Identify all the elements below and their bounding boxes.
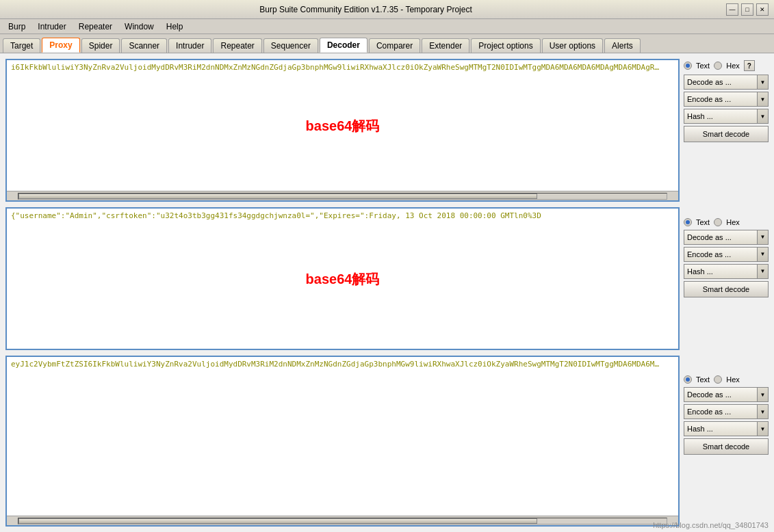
tab-project-options[interactable]: Project options	[471, 38, 540, 53]
encode-as-label-3: Encode as ...	[684, 408, 757, 416]
section1-scroll-track	[18, 193, 667, 200]
radio-hex-2[interactable]	[714, 218, 722, 226]
encode-as-button-1[interactable]: Encode as ... ▼	[684, 92, 769, 107]
tab-decoder[interactable]: Decoder	[320, 38, 367, 53]
section2-label: base64解码	[306, 269, 380, 288]
menu-repeater[interactable]: Repeater	[73, 21, 118, 33]
tab-extender[interactable]: Extender	[422, 38, 469, 53]
title-bar: Burp Suite Community Edition v1.7.35 - T…	[0, 0, 774, 19]
section1-text[interactable]: i6IkFkbWluliwiY3NyZnRva2VuljoidMydDRvM3R…	[7, 60, 664, 75]
tab-comparer[interactable]: Comparer	[369, 38, 420, 53]
radio-hex-label-3: Hex	[726, 375, 740, 384]
hash-button-3[interactable]: Hash ... ▼	[684, 421, 769, 436]
radio-text-2[interactable]	[684, 218, 692, 226]
radio-row-2: Text Hex	[684, 217, 769, 228]
encode-as-arrow-1: ▼	[757, 92, 768, 106]
menu-bar: Burp Intruder Repeater Window Help	[0, 19, 774, 34]
section3-content: eyJ1c2VybmFtZtZSI6IkFkbWluliwiY3NyZnRva2…	[7, 357, 678, 516]
decode-as-button-3[interactable]: Decode as ... ▼	[684, 387, 769, 402]
section2-text[interactable]: {"username":"Admin","csrftoken":"u32t4o3…	[7, 209, 664, 223]
tab-sequencer[interactable]: Sequencer	[263, 38, 318, 53]
decode-section-3: eyJ1c2VybmFtZtZSI6IkFkbWluliwiY3NyZnRva2…	[5, 356, 680, 527]
title-text: Burp Suite Community Edition v1.7.35 - T…	[5, 5, 726, 14]
smart-decode-button-3[interactable]: Smart decode	[684, 438, 769, 455]
hash-arrow-2: ▼	[757, 265, 768, 278]
section1-scrollbar[interactable]	[7, 191, 678, 200]
section2-content: {"username":"Admin","csrftoken":"u32t4o3…	[7, 209, 678, 349]
radio-hex-3[interactable]	[714, 375, 722, 384]
encode-as-arrow-2: ▼	[757, 248, 768, 261]
decode-as-button-2[interactable]: Decode as ... ▼	[684, 230, 769, 245]
hash-label-2: Hash ...	[684, 267, 757, 276]
decode-as-label-3: Decode as ...	[684, 390, 757, 399]
decode-as-label-1: Decode as ...	[684, 78, 757, 86]
radio-hex-1[interactable]	[714, 62, 722, 70]
section3-scroll-track	[18, 518, 667, 524]
tab-repeater[interactable]: Repeater	[213, 38, 261, 53]
encode-as-button-3[interactable]: Encode as ... ▼	[684, 404, 769, 419]
radio-text-1[interactable]	[684, 62, 692, 70]
radio-text-label-2: Text	[696, 218, 710, 226]
encode-as-button-2[interactable]: Encode as ... ▼	[684, 247, 769, 262]
decode-as-label-2: Decode as ...	[684, 233, 757, 241]
radio-text-label-1: Text	[696, 62, 710, 70]
menu-window[interactable]: Window	[119, 21, 159, 33]
tab-alerts[interactable]: Alerts	[604, 38, 641, 53]
radio-hex-label-2: Hex	[726, 218, 740, 226]
maximize-button[interactable]: □	[741, 3, 753, 16]
decode-as-arrow-1: ▼	[757, 75, 768, 89]
radio-text-3[interactable]	[684, 375, 692, 384]
radio-hex-label-1: Hex	[726, 62, 740, 70]
hash-button-2[interactable]: Hash ... ▼	[684, 264, 769, 279]
decode-as-arrow-3: ▼	[757, 388, 768, 401]
tab-spider[interactable]: Spider	[81, 38, 120, 53]
section3-scrollbar[interactable]	[7, 516, 678, 525]
smart-decode-button-1[interactable]: Smart decode	[684, 126, 769, 142]
main-content: i6IkFkbWluliwiY3NyZnRva2VuljoidMydDRvM3R…	[0, 53, 774, 532]
tab-scanner[interactable]: Scanner	[121, 38, 167, 53]
section3-scroll-thumb[interactable]	[18, 518, 537, 524]
watermark: https://blog.csdn.net/qq_34801743	[653, 521, 769, 529]
tab-proxy[interactable]: Proxy	[42, 38, 79, 53]
window-controls: — □ ✕	[726, 3, 769, 16]
menu-burp[interactable]: Burp	[3, 21, 31, 33]
minimize-button[interactable]: —	[726, 3, 738, 16]
close-button[interactable]: ✕	[756, 3, 769, 16]
menu-help[interactable]: Help	[161, 21, 189, 33]
hash-button-1[interactable]: Hash ... ▼	[684, 109, 769, 124]
section3-text[interactable]: eyJ1c2VybmFtZtZSI6IkFkbWluliwiY3NyZnRva2…	[7, 357, 664, 371]
smart-decode-button-2[interactable]: Smart decode	[684, 281, 769, 297]
tab-intruder[interactable]: Intruder	[168, 38, 211, 53]
hash-label-1: Hash ...	[684, 112, 757, 120]
tab-bar: Target Proxy Spider Scanner Intruder Rep…	[0, 34, 774, 53]
decode-as-button-1[interactable]: Decode as ... ▼	[684, 75, 769, 90]
radio-row-1: Text Hex ?	[684, 59, 769, 72]
tab-target[interactable]: Target	[3, 38, 40, 53]
decode-section-2: {"username":"Admin","csrftoken":"u32t4o3…	[5, 207, 680, 350]
hash-arrow-3: ▼	[757, 422, 768, 436]
right-panel: Text Hex ? Decode as ... ▼ Encode as ...…	[680, 59, 769, 527]
radio-row-3: Text Hex	[684, 374, 769, 385]
encode-as-arrow-3: ▼	[757, 405, 768, 418]
decoder-panel: i6IkFkbWluliwiY3NyZnRva2VuljoidMydDRvM3R…	[5, 59, 769, 527]
section1-label: base64解码	[306, 116, 380, 135]
section1-scroll-thumb[interactable]	[18, 194, 537, 199]
section1-content: i6IkFkbWluliwiY3NyZnRva2VuljoidMydDRvM3R…	[7, 60, 678, 191]
right-section-1: Text Hex ? Decode as ... ▼ Encode as ...…	[684, 59, 769, 211]
menu-intruder[interactable]: Intruder	[32, 21, 71, 33]
hash-label-3: Hash ...	[684, 425, 757, 433]
decode-as-arrow-2: ▼	[757, 230, 768, 244]
tab-user-options[interactable]: User options	[542, 38, 603, 53]
right-section-2: Text Hex Decode as ... ▼ Encode as ... ▼…	[684, 217, 769, 369]
encode-as-label-1: Encode as ...	[684, 95, 757, 103]
radio-text-label-3: Text	[696, 375, 710, 384]
right-section-3: Text Hex Decode as ... ▼ Encode as ... ▼…	[684, 374, 769, 527]
hash-arrow-1: ▼	[757, 109, 768, 123]
panels-area: i6IkFkbWluliwiY3NyZnRva2VuljoidMydDRvM3R…	[5, 59, 680, 527]
help-button-1[interactable]: ?	[744, 60, 755, 71]
decode-section-1: i6IkFkbWluliwiY3NyZnRva2VuljoidMydDRvM3R…	[5, 59, 680, 202]
encode-as-label-2: Encode as ...	[684, 250, 757, 258]
